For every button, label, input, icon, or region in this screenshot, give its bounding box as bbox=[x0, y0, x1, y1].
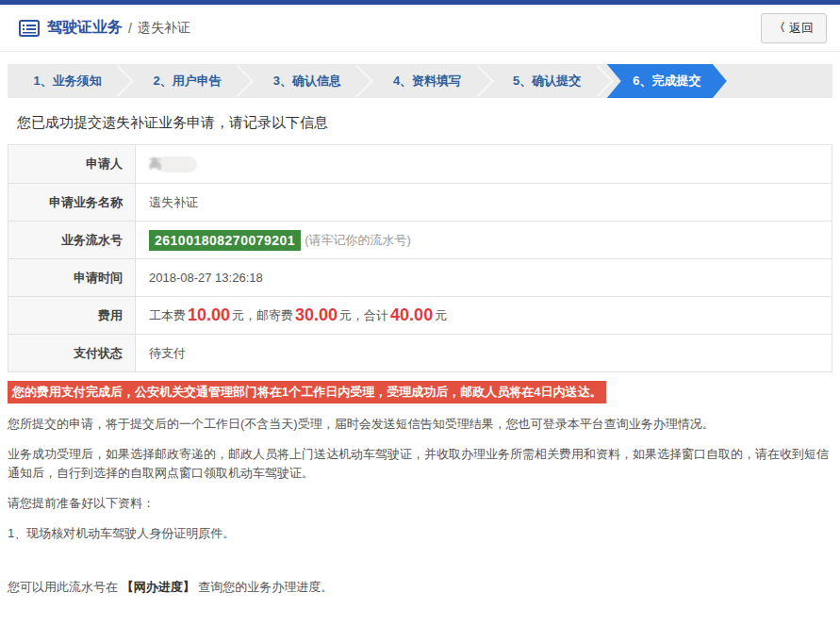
fee-detail: 工本费 10.00 元， 邮寄费 30.00 元， 合计 40.00 元 bbox=[136, 297, 832, 334]
progress-query-hint: 您可以用此流水号在 【网办进度】 查询您的业务办理进度。 bbox=[8, 579, 832, 596]
payment-status-value: 待支付 bbox=[136, 335, 832, 371]
breadcrumb-separator: / bbox=[128, 21, 132, 36]
row-label: 申请人 bbox=[8, 145, 136, 183]
row-label: 业务流水号 bbox=[8, 222, 136, 258]
instruction-paragraph: 请您提前准备好以下资料： bbox=[8, 494, 832, 513]
table-row-serial-number: 业务流水号 261001808270079201 (请牢记你的流水号) bbox=[8, 221, 832, 258]
step-3-confirm-info[interactable]: 3、确认信息 bbox=[247, 64, 367, 98]
row-value: 高 bbox=[136, 145, 832, 183]
page-title: 驾驶证业务 bbox=[47, 18, 123, 38]
step-6-complete-submit[interactable]: 6、完成提交 bbox=[607, 64, 727, 98]
applicant-name-redacted: 高 bbox=[149, 156, 161, 173]
header-back-button[interactable]: 〈 返回 bbox=[761, 13, 827, 43]
online-progress-link[interactable]: 【网办进度】 bbox=[122, 580, 195, 594]
table-row-fee: 费用 工本费 10.00 元， 邮寄费 30.00 元， 合计 40.00 元 bbox=[8, 296, 832, 334]
success-message: 您已成功提交遗失补证业务申请，请记录以下信息 bbox=[17, 114, 840, 132]
fee-label-total: 合计 bbox=[364, 307, 388, 324]
fee-unit: 元 bbox=[435, 307, 447, 324]
instruction-paragraph: 1、现场核对机动车驾驶人身份证明原件。 bbox=[8, 524, 832, 543]
step-progress-bar: 1、业务须知 2、用户申告 3、确认信息 4、资料填写 5、确认提交 6、完成提… bbox=[8, 64, 832, 98]
row-label: 申请时间 bbox=[8, 259, 136, 296]
instructions: 您所提交的申请，将于提交后的一个工作日(不含当天)受理，届时会发送短信告知受理结… bbox=[8, 415, 832, 543]
row-label: 费用 bbox=[8, 297, 136, 334]
payment-notice-text: 您的费用支付完成后，公安机关交通管理部门将在1个工作日内受理，受理成功后，邮政人… bbox=[8, 381, 606, 403]
serial-number-note: (请牢记你的流水号) bbox=[305, 232, 411, 249]
fee-amount-total: 40.00 bbox=[390, 305, 433, 325]
fee-amount-postage: 30.00 bbox=[295, 305, 338, 325]
application-info-table: 申请人 高 申请业务名称 遗失补证 业务流水号 2610018082700792… bbox=[8, 144, 832, 372]
fee-label-postage: 邮寄费 bbox=[256, 307, 293, 324]
table-row-applicant: 申请人 高 bbox=[8, 145, 832, 183]
table-row-payment-status: 支付状态 待支付 bbox=[8, 334, 832, 371]
table-row-business-name: 申请业务名称 遗失补证 bbox=[8, 183, 832, 221]
fee-label-production: 工本费 bbox=[149, 307, 186, 324]
row-value: 遗失补证 bbox=[136, 184, 832, 221]
progress-hint-after: 查询您的业务办理进度。 bbox=[198, 580, 333, 594]
payment-notice-banner: 您的费用支付完成后，公安机关交通管理部门将在1个工作日内受理，受理成功后，邮政人… bbox=[8, 381, 840, 403]
row-value: 261001808270079201 (请牢记你的流水号) bbox=[136, 222, 832, 258]
step-2-user-declaration[interactable]: 2、用户申告 bbox=[127, 64, 247, 98]
fee-amount-production: 10.00 bbox=[188, 305, 230, 325]
step-5-confirm-submit[interactable]: 5、确认提交 bbox=[487, 64, 607, 98]
progress-hint-before: 您可以用此流水号在 bbox=[8, 580, 118, 594]
page-header: 驾驶证业务 / 遗失补证 〈 返回 bbox=[0, 5, 840, 52]
serial-number-badge: 261001808270079201 bbox=[149, 230, 301, 251]
step-1-business-notes[interactable]: 1、业务须知 bbox=[8, 64, 127, 98]
step-4-fill-materials[interactable]: 4、资料填写 bbox=[367, 64, 486, 98]
fee-unit: 元， bbox=[339, 307, 364, 324]
row-label: 支付状态 bbox=[8, 335, 136, 371]
table-row-apply-time: 申请时间 2018-08-27 13:26:18 bbox=[8, 258, 832, 296]
row-value: 2018-08-27 13:26:18 bbox=[136, 259, 832, 296]
fee-unit: 元， bbox=[232, 307, 256, 324]
breadcrumb-current: 遗失补证 bbox=[138, 20, 190, 37]
header-back-label: 返回 bbox=[789, 20, 814, 37]
list-icon bbox=[19, 20, 40, 37]
instruction-paragraph: 您所提交的申请，将于提交后的一个工作日(不含当天)受理，届时会发送短信告知受理结… bbox=[8, 415, 832, 434]
redaction-blur bbox=[157, 156, 197, 173]
step-bar-trailing-space bbox=[713, 64, 832, 98]
instruction-paragraph: 业务成功受理后，如果选择邮政寄递的，邮政人员将上门送达机动车驾驶证，并收取办理业… bbox=[8, 445, 832, 483]
row-label: 申请业务名称 bbox=[8, 184, 136, 221]
chevron-left-icon: 〈 bbox=[774, 20, 785, 36]
